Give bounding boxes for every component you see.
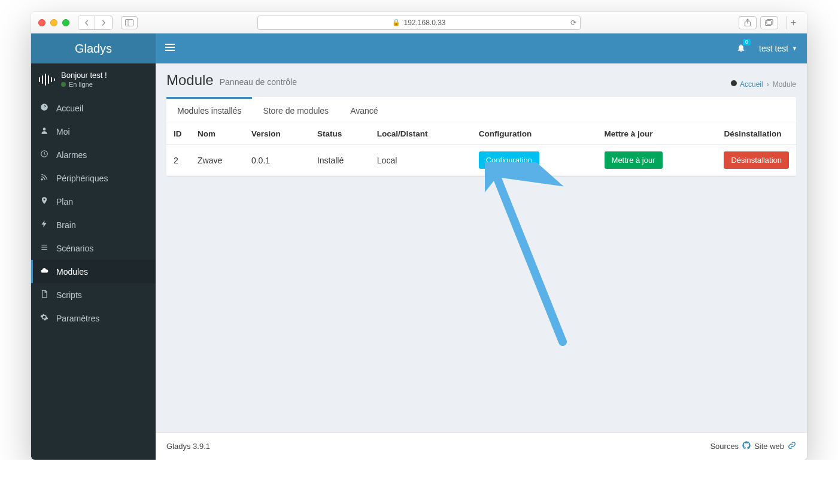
- browser-sidebar-toggle[interactable]: [121, 16, 138, 29]
- modules-box: Modules installés Store de modules Avanc…: [166, 97, 796, 176]
- table-row: 2 Zwave 0.0.1 Installé Local Configurati…: [166, 145, 796, 176]
- sidebar-item-label: Plan: [56, 197, 73, 207]
- breadcrumb-home[interactable]: Accueil: [730, 80, 763, 89]
- list-icon: [40, 243, 49, 253]
- content: Module Panneau de contrôle Accueil › Mod…: [156, 63, 807, 432]
- caret-down-icon: ▼: [792, 45, 797, 51]
- sidebar-item-plan[interactable]: Plan: [31, 190, 156, 213]
- bolt-icon: [40, 220, 49, 230]
- sidebar-item-accueil[interactable]: Accueil: [31, 96, 156, 120]
- wifi-icon: [40, 173, 49, 183]
- cell-version: 0.0.1: [244, 145, 310, 176]
- clock-icon: [40, 150, 49, 160]
- new-tab-button[interactable]: +: [787, 16, 800, 29]
- cell-status: Installé: [310, 145, 370, 176]
- svg-rect-4: [767, 19, 773, 24]
- tab-installed[interactable]: Modules installés: [166, 97, 252, 123]
- page-header: Module Panneau de contrôle Accueil › Mod…: [166, 72, 796, 89]
- github-icon: [742, 441, 751, 451]
- page-subtitle: Panneau de contrôle: [220, 77, 297, 87]
- share-button[interactable]: [739, 16, 757, 29]
- svg-point-13: [41, 179, 42, 180]
- annotation-arrow-icon: [485, 162, 593, 348]
- cell-name: Zwave: [190, 145, 244, 176]
- col-status: Status: [310, 123, 370, 145]
- sidebar-item-brain[interactable]: Brain: [31, 213, 156, 236]
- forward-button[interactable]: [95, 16, 112, 29]
- maximize-window-button[interactable]: [62, 19, 69, 26]
- col-update: Mettre à jour: [597, 123, 717, 145]
- col-id: ID: [166, 123, 190, 145]
- browser-window: 🔒 192.168.0.33 ⟳ + Gladys: [31, 12, 807, 460]
- sidebar-item-label: Périphériques: [56, 174, 108, 183]
- window-controls: [38, 19, 69, 26]
- online-dot-icon: [61, 82, 66, 87]
- reload-icon[interactable]: ⟳: [570, 19, 576, 27]
- minimize-window-button[interactable]: [50, 19, 57, 26]
- uninstall-button[interactable]: Désinstallation: [724, 151, 789, 169]
- browser-toolbar-right: [739, 16, 778, 29]
- sidebar-item-moi[interactable]: Moi: [31, 120, 156, 143]
- sidebar-menu: Accueil Moi Alarmes: [31, 96, 156, 330]
- main-column: 0 test test ▼ Module Panneau de contrôle: [156, 34, 807, 460]
- sidebar-item-alarmes[interactable]: Alarmes: [31, 143, 156, 166]
- url-bar[interactable]: 🔒 192.168.0.33 ⟳: [257, 16, 581, 30]
- page-title: Module Panneau de contrôle: [166, 72, 297, 89]
- sidebar-item-label: Paramètres: [56, 314, 99, 323]
- tabs-button[interactable]: [760, 16, 778, 29]
- footer: Gladys 3.9.1 Sources Site web: [156, 432, 807, 460]
- breadcrumb-separator: ›: [767, 80, 769, 89]
- col-version: Version: [244, 123, 310, 145]
- sidebar-item-scripts[interactable]: Scripts: [31, 283, 156, 306]
- cell-id: 2: [166, 145, 190, 176]
- close-window-button[interactable]: [38, 19, 45, 26]
- footer-links: Sources Site web: [710, 441, 796, 451]
- svg-point-11: [43, 127, 46, 130]
- sidebar-item-label: Scripts: [56, 290, 82, 300]
- url-text: 192.168.0.33: [403, 19, 445, 27]
- breadcrumb: Accueil › Module: [730, 80, 796, 89]
- map-pin-icon: [40, 196, 49, 207]
- col-local: Local/Distant: [370, 123, 472, 145]
- notifications-button[interactable]: 0: [736, 42, 746, 55]
- sidebar-item-label: Brain: [56, 220, 76, 230]
- app: Gladys Bonjour te: [31, 34, 807, 460]
- sidebar-item-label: Moi: [56, 127, 70, 136]
- user-status: En ligne: [61, 81, 107, 88]
- sidebar-item-peripheriques[interactable]: Périphériques: [31, 166, 156, 190]
- configuration-button[interactable]: Configuration: [479, 151, 539, 169]
- nav-buttons: [78, 16, 113, 30]
- sidebar: Gladys Bonjour te: [31, 34, 156, 460]
- svg-line-20: [497, 177, 563, 342]
- link-icon: [788, 441, 796, 451]
- sidebar-item-scenarios[interactable]: Scénarios: [31, 236, 156, 260]
- sidebar-item-label: Alarmes: [56, 150, 87, 160]
- tab-advanced[interactable]: Avancé: [339, 97, 388, 123]
- lock-icon: 🔒: [392, 19, 400, 26]
- gear-icon: [40, 313, 49, 323]
- sidebar-item-modules[interactable]: Modules: [31, 260, 156, 283]
- update-button[interactable]: Mettre à jour: [605, 151, 663, 169]
- sound-wave-icon: [38, 73, 55, 86]
- footer-site-link[interactable]: Site web: [754, 442, 784, 451]
- col-name: Nom: [190, 123, 244, 145]
- sidebar-item-label: Accueil: [56, 104, 83, 113]
- menu-toggle-icon[interactable]: [165, 43, 175, 54]
- col-uninstall: Désinstallation: [716, 123, 796, 145]
- brand[interactable]: Gladys: [31, 34, 156, 63]
- back-button[interactable]: [78, 16, 95, 29]
- svg-rect-3: [766, 20, 772, 25]
- footer-sources-link[interactable]: Sources: [710, 442, 739, 451]
- sidebar-item-parametres[interactable]: Paramètres: [31, 306, 156, 330]
- browser-toolbar: 🔒 192.168.0.33 ⟳ +: [31, 12, 807, 34]
- user-icon: [40, 126, 49, 136]
- svg-rect-0: [126, 19, 133, 26]
- user-menu[interactable]: test test ▼: [759, 44, 797, 53]
- page-title-text: Module: [166, 72, 214, 89]
- col-config: Configuration: [472, 123, 597, 145]
- cloud-icon: [40, 266, 49, 277]
- tab-store[interactable]: Store de modules: [252, 97, 339, 123]
- topbar: 0 test test ▼: [156, 34, 807, 63]
- greeting: Bonjour test !: [61, 71, 107, 80]
- file-icon: [40, 290, 49, 300]
